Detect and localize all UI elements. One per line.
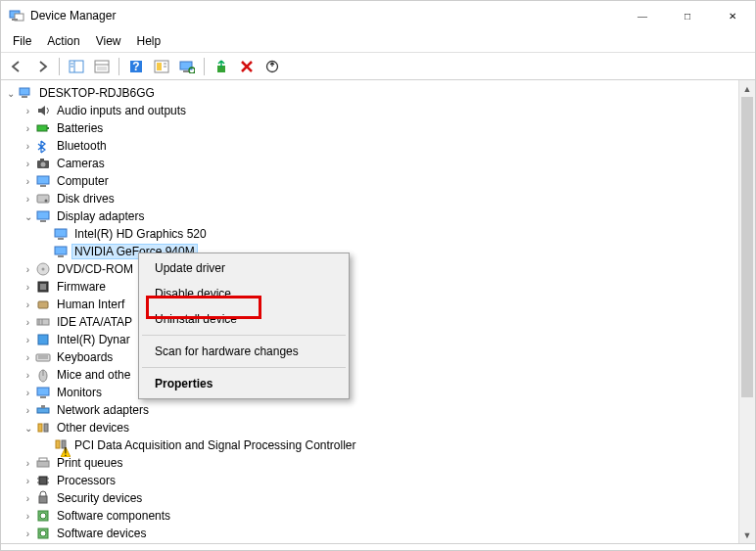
tree-node-hid[interactable]: ›Human Interf — [3, 296, 738, 313]
expand-toggle[interactable]: › — [21, 176, 35, 187]
expand-toggle[interactable]: › — [21, 159, 35, 169]
tree-node-other[interactable]: ⌄Other devices — [3, 419, 738, 436]
menu-file[interactable]: File — [5, 32, 39, 50]
tree-node-security[interactable]: ›Security devices — [3, 489, 738, 507]
svg-rect-34 — [37, 211, 49, 219]
cm-scan-hardware[interactable]: Scan for hardware changes — [141, 339, 347, 364]
dvd-icon — [35, 261, 51, 277]
tree-node-dynamic[interactable]: ›Intel(R) Dynar — [3, 331, 738, 348]
tree-node-pci[interactable]: !PCI Data Acquisition and Signal Process… — [3, 436, 738, 454]
expand-toggle[interactable]: › — [21, 264, 35, 275]
scroll-down-arrow[interactable]: ▼ — [739, 527, 755, 543]
tree-node-bluetooth[interactable]: ›Bluetooth — [3, 137, 738, 155]
expand-toggle[interactable]: › — [21, 458, 35, 469]
tree-node-label: Intel(R) Dynar — [55, 333, 132, 346]
expand-toggle[interactable]: › — [21, 528, 35, 539]
intel-icon — [53, 226, 69, 242]
expand-toggle[interactable]: › — [21, 511, 35, 522]
tree-node-nvidia[interactable]: NVIDIA GeForce 940M — [3, 243, 738, 260]
svg-point-19 — [189, 68, 195, 73]
cm-properties[interactable]: Properties — [141, 371, 347, 396]
action-button[interactable] — [150, 56, 173, 77]
minimize-button[interactable]: ― — [620, 1, 665, 30]
disable-device-button[interactable] — [235, 56, 259, 77]
svg-rect-23 — [20, 88, 29, 95]
tree-node-computer[interactable]: ›Computer — [3, 172, 738, 190]
tree-node-network[interactable]: ›Network adapters — [3, 401, 738, 419]
window-controls: ― □ ✕ — [620, 1, 755, 30]
expand-toggle[interactable]: › — [21, 493, 35, 504]
expand-toggle[interactable]: › — [21, 194, 35, 205]
tree-node-processors[interactable]: ›Processors — [3, 472, 738, 489]
expand-toggle[interactable]: › — [21, 335, 35, 345]
mice-icon — [35, 367, 51, 383]
batteries-icon — [35, 120, 51, 136]
svg-point-73 — [40, 513, 46, 519]
back-button[interactable] — [5, 56, 28, 77]
tree-node-keyboards[interactable]: ›Keyboards — [3, 348, 738, 366]
cm-separator — [142, 335, 346, 336]
menu-action[interactable]: Action — [39, 32, 87, 50]
tree-node-intel[interactable]: Intel(R) HD Graphics 520 — [3, 225, 738, 243]
device-tree[interactable]: ⌄DESKTOP-RDJB6GG›Audio inputs and output… — [1, 80, 738, 543]
expand-toggle[interactable]: › — [21, 388, 35, 398]
menubar: File Action View Help — [1, 30, 755, 53]
enable-device-button[interactable] — [210, 56, 233, 77]
menu-help[interactable]: Help — [129, 32, 169, 50]
tree-node-batteries[interactable]: ›Batteries — [3, 119, 738, 137]
tree-node-monitors[interactable]: ›Monitors — [3, 384, 738, 401]
properties-button[interactable] — [90, 56, 114, 77]
expand-toggle[interactable]: › — [21, 317, 35, 328]
cm-update-driver[interactable]: Update driver — [141, 255, 347, 281]
cm-uninstall-device[interactable]: Uninstall device — [141, 306, 347, 332]
svg-rect-36 — [55, 229, 67, 237]
expand-toggle[interactable]: ⌄ — [3, 88, 18, 99]
scan-hardware-button[interactable] — [175, 56, 199, 77]
tree-node-ide[interactable]: ›IDE ATA/ATAP — [3, 313, 738, 331]
svg-point-28 — [41, 162, 46, 167]
tree-node-cameras[interactable]: ›Cameras — [3, 155, 738, 172]
maximize-button[interactable]: □ — [665, 1, 710, 30]
tree-node-mice[interactable]: ›Mice and othe — [3, 366, 738, 384]
scroll-track[interactable] — [739, 97, 755, 527]
show-hide-tree-button[interactable] — [65, 56, 88, 77]
scroll-up-arrow[interactable]: ▲ — [739, 80, 755, 97]
vertical-scrollbar[interactable]: ▲ ▼ — [738, 80, 755, 543]
tree-node-swdev[interactable]: ›Software devices — [3, 525, 738, 542]
expand-toggle[interactable]: ⌄ — [21, 423, 35, 434]
help-button[interactable]: ? — [124, 56, 148, 77]
expand-toggle[interactable]: › — [21, 352, 35, 363]
expand-toggle[interactable]: › — [21, 405, 35, 416]
expand-toggle[interactable]: › — [21, 299, 35, 310]
expand-toggle[interactable]: › — [21, 370, 35, 381]
tree-node-label: DESKTOP-RDJB6GG — [37, 86, 157, 100]
tree-node-audio[interactable]: ›Audio inputs and outputs — [3, 102, 738, 119]
tree-node-printq[interactable]: ›Print queues — [3, 454, 738, 472]
root-icon — [18, 85, 33, 101]
expand-toggle[interactable]: › — [21, 123, 35, 134]
update-driver-button[interactable] — [260, 56, 284, 77]
tree-node-display[interactable]: ⌄Display adapters — [3, 207, 738, 225]
close-button[interactable]: ✕ — [710, 1, 755, 30]
tree-node-firmware[interactable]: ›Firmware — [3, 278, 738, 296]
svg-rect-29 — [40, 159, 44, 161]
tree-node-dvd[interactable]: ›DVD/CD-ROM — [3, 260, 738, 278]
scroll-thumb[interactable] — [741, 97, 753, 397]
cm-disable-device[interactable]: Disable device — [141, 281, 347, 306]
tree-node-label: IDE ATA/ATAP — [55, 315, 134, 329]
expand-toggle[interactable]: › — [21, 476, 35, 486]
expand-toggle[interactable]: › — [21, 282, 35, 293]
titlebar[interactable]: Device Manager ― □ ✕ — [1, 1, 755, 30]
expand-toggle[interactable]: › — [21, 106, 35, 116]
svg-rect-24 — [22, 96, 27, 98]
menu-view[interactable]: View — [88, 32, 129, 50]
tree-node-swcomp[interactable]: ›Software components — [3, 507, 738, 525]
tree-node-root[interactable]: ⌄DESKTOP-RDJB6GG — [3, 84, 738, 102]
ide-icon — [35, 314, 51, 330]
expand-toggle[interactable]: › — [21, 141, 35, 152]
tree-node-label: Mice and othe — [55, 368, 132, 382]
tree-node-disk[interactable]: ›Disk drives — [3, 190, 738, 207]
expand-toggle[interactable]: ⌄ — [21, 211, 35, 222]
forward-button[interactable] — [30, 56, 54, 77]
svg-rect-39 — [58, 255, 64, 257]
